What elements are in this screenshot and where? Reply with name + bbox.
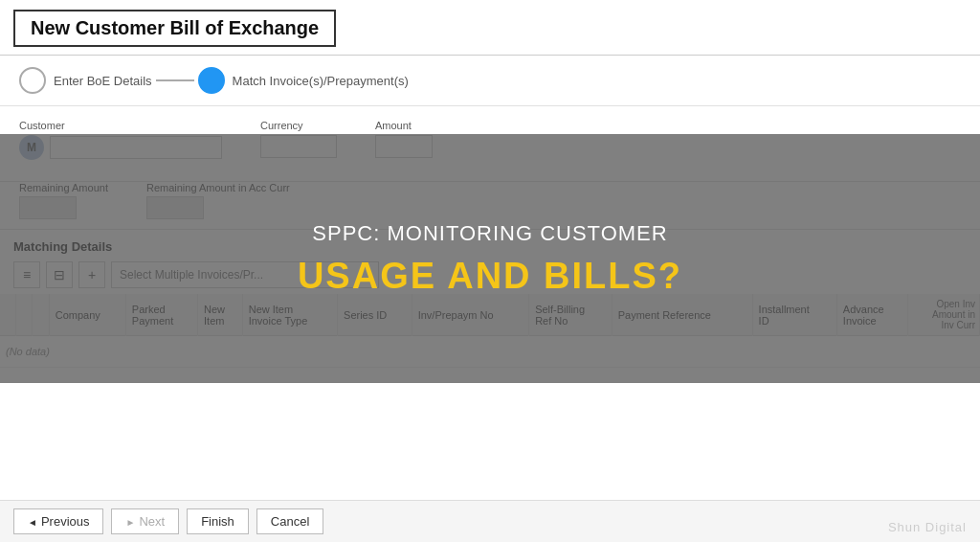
cancel-label: Cancel [271,514,309,529]
previous-label: Previous [41,514,90,529]
watermark: Shun Digital [888,520,967,534]
step-2-circle [198,67,225,94]
step-2-label: Match Invoice(s)/Prepayment(s) [233,74,409,88]
next-button[interactable]: Next [111,508,179,534]
previous-button[interactable]: Previous [13,508,103,534]
step-2: Match Invoice(s)/Prepayment(s) [198,67,409,94]
step-1: Enter BoE Details [19,67,152,94]
customer-label: Customer [19,120,222,131]
step-connector [156,79,194,81]
step-1-label: Enter BoE Details [54,74,152,88]
overlay-title: USAGE AND BILLS? [298,256,682,297]
overlay: SPPC: MONITORING CUSTOMER USAGE AND BILL… [0,134,980,383]
page-wrapper: New Customer Bill of Exchange Enter BoE … [0,0,980,542]
step-1-circle [19,67,46,94]
next-icon [125,514,135,529]
finish-label: Finish [201,514,234,529]
page-title: New Customer Bill of Exchange [13,10,336,47]
wizard-steps: Enter BoE Details Match Invoice(s)/Prepa… [0,56,980,106]
finish-button[interactable]: Finish [187,508,249,534]
previous-icon [28,514,37,529]
cancel-button[interactable]: Cancel [256,508,323,534]
footer: Previous Next Finish Cancel Shun Digital [0,500,980,542]
page-title-text: New Customer Bill of Exchange [31,17,319,38]
overlay-subtitle: SPPC: MONITORING CUSTOMER [312,221,667,246]
amount-label: Amount [375,120,433,131]
next-label: Next [139,514,165,529]
currency-label: Currency [260,120,337,131]
header: New Customer Bill of Exchange [0,0,980,56]
